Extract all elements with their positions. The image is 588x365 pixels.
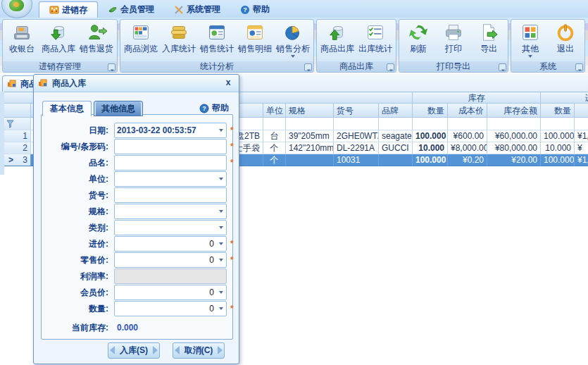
dialog-launcher-icon[interactable]	[108, 63, 115, 71]
dialog-icon	[38, 78, 48, 88]
export-button[interactable]: 导出	[471, 20, 506, 54]
header-qty[interactable]: 数量	[413, 104, 448, 118]
filter-cell[interactable]	[334, 118, 379, 130]
refresh-button[interactable]: 刷新	[401, 20, 436, 54]
spinner-icon[interactable]	[216, 253, 226, 267]
category-input[interactable]	[115, 222, 216, 233]
spinner-icon[interactable]	[216, 302, 226, 316]
stock-in-stats-button[interactable]: 入库统计	[160, 20, 198, 54]
spinner-icon[interactable]	[216, 237, 226, 251]
margin-input	[115, 271, 226, 282]
dialog-launcher-icon[interactable]	[575, 63, 583, 71]
refresh-icon	[408, 22, 429, 43]
sales-stats-icon	[206, 22, 227, 43]
filter-cell[interactable]	[575, 118, 588, 130]
code-input[interactable]	[115, 141, 226, 152]
cashier-button[interactable]: 收银台	[4, 20, 39, 54]
member-price-field[interactable]	[114, 285, 227, 300]
printer-icon	[443, 22, 464, 43]
tab-system-mgmt[interactable]: 系统管理	[164, 1, 230, 18]
app-orb-button[interactable]	[1, 0, 32, 18]
filter-cell[interactable]	[487, 118, 541, 130]
header-qty2[interactable]: 数量	[541, 104, 575, 118]
required-asterisk: *	[230, 302, 234, 316]
export-icon	[478, 22, 499, 43]
spinner-icon[interactable]	[216, 285, 226, 299]
chevron-down-icon[interactable]	[216, 123, 226, 137]
dialog-launcher-icon[interactable]	[304, 63, 312, 71]
chevron-down-icon[interactable]	[216, 172, 226, 186]
tab-member-mgmt[interactable]: 会员管理	[98, 1, 164, 18]
sales-analysis-icon	[282, 22, 304, 43]
dialog-titlebar[interactable]: 商品入库 x	[34, 75, 239, 92]
dialog-launcher-icon[interactable]	[387, 63, 394, 71]
close-icon[interactable]: x	[222, 78, 234, 89]
stock-out-stats-button[interactable]: 出库统计	[356, 20, 394, 54]
header-spec[interactable]: 规格	[286, 104, 334, 118]
chevron-down-icon	[291, 55, 295, 58]
artno-field[interactable]	[114, 187, 227, 203]
help-link[interactable]: ? 帮助	[199, 102, 229, 114]
retail-price-field[interactable]	[114, 252, 227, 268]
exit-button[interactable]: 退出	[548, 20, 583, 54]
tab-basic-info[interactable]: 基本信息	[42, 101, 92, 116]
row-number: >3	[4, 154, 31, 166]
header-unit[interactable]: 单位	[263, 104, 286, 118]
sales-stats-button[interactable]: 销售统计	[198, 20, 236, 54]
date-input[interactable]	[115, 125, 216, 136]
required-asterisk: *	[230, 123, 234, 137]
filter-cell[interactable]	[286, 118, 334, 130]
tab-jinxiaocun[interactable]: 进销存	[39, 1, 98, 18]
cell-cost: ¥0.20	[448, 154, 487, 166]
category-field[interactable]	[114, 220, 227, 235]
member-price-input[interactable]	[115, 287, 216, 298]
cell-unit: 个	[263, 154, 286, 166]
quantity-field[interactable]	[114, 301, 227, 316]
filter-cell[interactable]	[541, 118, 575, 130]
print-button[interactable]: 打印	[436, 20, 471, 54]
unit-input[interactable]	[115, 173, 216, 185]
stock-out-button[interactable]: 商品出库	[318, 20, 356, 54]
cell-amount: ¥80,000.00	[487, 142, 541, 154]
tab-other-info[interactable]: 其他信息	[94, 101, 143, 116]
stock-in-submit-button[interactable]: 入库(S)	[108, 342, 160, 359]
stock-in-button[interactable]: 商品入库	[39, 20, 77, 54]
filter-cell[interactable]	[413, 118, 448, 130]
filter-cell[interactable]	[263, 118, 286, 130]
stock-out-icon	[327, 22, 348, 43]
sales-return-button[interactable]: 销售退货	[77, 20, 115, 54]
sales-analysis-button[interactable]: 销售分析	[274, 20, 312, 58]
purchase-price-field[interactable]	[114, 236, 227, 252]
retail-price-input[interactable]	[115, 254, 216, 266]
header-brand[interactable]: 品牌	[379, 104, 413, 118]
quantity-input[interactable]	[115, 303, 216, 314]
stock-in-stats-icon	[168, 22, 189, 43]
artno-input[interactable]	[115, 190, 226, 201]
spec-input[interactable]	[115, 206, 216, 217]
tab-help[interactable]: ? 帮助	[230, 1, 280, 18]
field-label-unit: 单位:	[42, 173, 114, 185]
dialog-launcher-icon[interactable]	[499, 63, 506, 71]
header-amount[interactable]: 库存金额	[487, 104, 541, 118]
header-cost[interactable]: 成本价	[448, 104, 487, 118]
other-button[interactable]: 其他	[513, 20, 548, 58]
date-field[interactable]	[114, 123, 227, 138]
field-label-date: 日期:	[42, 125, 114, 137]
filter-cell[interactable]	[448, 118, 487, 130]
header-partial[interactable]	[575, 104, 588, 118]
name-input[interactable]	[115, 157, 226, 168]
goods-browse-button[interactable]: 商品浏览	[122, 20, 160, 54]
header-artno[interactable]: 货号	[334, 104, 379, 118]
spec-field[interactable]	[114, 204, 227, 219]
chevron-down-icon[interactable]	[216, 221, 226, 235]
chevron-down-icon[interactable]	[216, 204, 226, 218]
sales-detail-button[interactable]: 销售明细	[236, 20, 274, 54]
purchase-price-input[interactable]	[115, 238, 216, 249]
svg-text:?: ?	[243, 6, 247, 13]
sales-detail-icon	[244, 22, 265, 43]
name-field[interactable]	[114, 155, 227, 171]
cancel-button[interactable]: 取消(C)	[173, 342, 225, 359]
code-field[interactable]	[114, 139, 227, 154]
unit-field[interactable]	[114, 171, 227, 187]
filter-cell[interactable]	[379, 118, 413, 130]
